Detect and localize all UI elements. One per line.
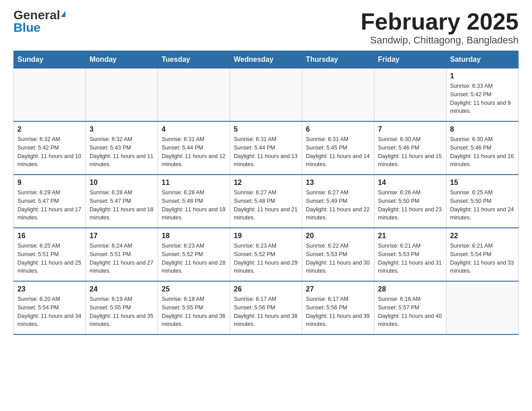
calendar-header-wednesday: Wednesday [230,51,302,68]
day-number: 4 [162,125,226,133]
day-number: 5 [234,125,298,133]
calendar-cell: 8Sunrise: 6:30 AMSunset: 5:46 PMDaylight… [446,121,519,175]
calendar-cell: 20Sunrise: 6:22 AMSunset: 5:53 PMDayligh… [302,228,374,281]
day-info: Sunrise: 6:21 AMSunset: 5:53 PMDaylight:… [378,242,442,275]
calendar-cell: 12Sunrise: 6:27 AMSunset: 5:48 PMDayligh… [230,175,302,228]
calendar-cell [446,281,519,334]
day-number: 14 [378,179,442,187]
day-number: 23 [17,285,82,293]
day-info: Sunrise: 6:17 AMSunset: 5:56 PMDaylight:… [234,295,298,329]
calendar-cell: 17Sunrise: 6:24 AMSunset: 5:51 PMDayligh… [86,228,158,281]
day-info: Sunrise: 6:30 AMSunset: 5:46 PMDaylight:… [450,135,515,169]
day-number: 9 [17,179,82,187]
day-info: Sunrise: 6:19 AMSunset: 5:55 PMDaylight:… [90,295,154,329]
calendar-week-row: 2Sunrise: 6:32 AMSunset: 5:42 PMDaylight… [14,121,519,175]
calendar-cell: 16Sunrise: 6:25 AMSunset: 5:51 PMDayligh… [14,228,86,281]
day-info: Sunrise: 6:27 AMSunset: 5:48 PMDaylight:… [234,188,298,222]
day-info: Sunrise: 6:25 AMSunset: 5:51 PMDaylight:… [17,242,82,275]
day-number: 6 [306,125,370,133]
day-info: Sunrise: 6:32 AMSunset: 5:43 PMDaylight:… [90,135,154,169]
logo: General Blue [13,9,65,34]
calendar-cell: 14Sunrise: 6:26 AMSunset: 5:50 PMDayligh… [374,175,446,228]
day-info: Sunrise: 6:21 AMSunset: 5:54 PMDaylight:… [450,242,515,275]
calendar-cell [158,68,230,122]
day-info: Sunrise: 6:30 AMSunset: 5:46 PMDaylight:… [378,135,442,169]
day-info: Sunrise: 6:22 AMSunset: 5:53 PMDaylight:… [306,242,370,275]
day-number: 24 [90,285,154,293]
day-number: 19 [234,232,298,240]
calendar-table: SundayMondayTuesdayWednesdayThursdayFrid… [13,51,519,335]
page-header: General Blue February 2025 Sandwip, Chit… [13,9,519,46]
day-info: Sunrise: 6:31 AMSunset: 5:44 PMDaylight:… [234,135,298,169]
calendar-cell [14,68,86,122]
calendar-cell: 26Sunrise: 6:17 AMSunset: 5:56 PMDayligh… [230,281,302,334]
day-number: 15 [450,179,515,187]
calendar-cell: 7Sunrise: 6:30 AMSunset: 5:46 PMDaylight… [374,121,446,175]
day-info: Sunrise: 6:28 AMSunset: 5:48 PMDaylight:… [162,188,226,222]
day-number: 12 [234,179,298,187]
day-number: 25 [162,285,226,293]
calendar-week-row: 9Sunrise: 6:29 AMSunset: 5:47 PMDaylight… [14,175,519,228]
calendar-week-row: 16Sunrise: 6:25 AMSunset: 5:51 PMDayligh… [14,228,519,281]
day-number: 28 [378,285,442,293]
calendar-cell: 4Sunrise: 6:31 AMSunset: 5:44 PMDaylight… [158,121,230,175]
day-info: Sunrise: 6:25 AMSunset: 5:50 PMDaylight:… [450,188,515,222]
calendar-cell: 11Sunrise: 6:28 AMSunset: 5:48 PMDayligh… [158,175,230,228]
calendar-header-tuesday: Tuesday [158,51,230,68]
day-info: Sunrise: 6:33 AMSunset: 5:42 PMDaylight:… [450,82,515,116]
day-number: 22 [450,232,515,240]
calendar-cell: 22Sunrise: 6:21 AMSunset: 5:54 PMDayligh… [446,228,519,281]
calendar-cell: 19Sunrise: 6:23 AMSunset: 5:52 PMDayligh… [230,228,302,281]
day-number: 21 [378,232,442,240]
calendar-cell: 3Sunrise: 6:32 AMSunset: 5:43 PMDaylight… [86,121,158,175]
day-number: 3 [90,125,154,133]
day-info: Sunrise: 6:32 AMSunset: 5:42 PMDaylight:… [17,135,82,169]
calendar-header-sunday: Sunday [14,51,86,68]
title-block: February 2025 Sandwip, Chittagong, Bangl… [360,9,519,46]
day-info: Sunrise: 6:23 AMSunset: 5:52 PMDaylight:… [234,242,298,275]
day-number: 7 [378,125,442,133]
day-info: Sunrise: 6:24 AMSunset: 5:51 PMDaylight:… [90,242,154,275]
calendar-cell: 27Sunrise: 6:17 AMSunset: 5:56 PMDayligh… [302,281,374,334]
calendar-cell: 15Sunrise: 6:25 AMSunset: 5:50 PMDayligh… [446,175,519,228]
day-number: 10 [90,179,154,187]
day-number: 1 [450,72,515,80]
day-info: Sunrise: 6:17 AMSunset: 5:56 PMDaylight:… [306,295,370,329]
day-number: 16 [17,232,82,240]
day-number: 20 [306,232,370,240]
day-number: 11 [162,179,226,187]
logo-blue-text: Blue [13,21,41,34]
calendar-cell [302,68,374,122]
calendar-cell: 9Sunrise: 6:29 AMSunset: 5:47 PMDaylight… [14,175,86,228]
calendar-cell [230,68,302,122]
day-info: Sunrise: 6:31 AMSunset: 5:45 PMDaylight:… [306,135,370,169]
calendar-cell: 1Sunrise: 6:33 AMSunset: 5:42 PMDaylight… [446,68,519,122]
calendar-cell: 13Sunrise: 6:27 AMSunset: 5:49 PMDayligh… [302,175,374,228]
calendar-cell: 5Sunrise: 6:31 AMSunset: 5:44 PMDaylight… [230,121,302,175]
calendar-cell: 21Sunrise: 6:21 AMSunset: 5:53 PMDayligh… [374,228,446,281]
calendar-week-row: 23Sunrise: 6:20 AMSunset: 5:54 PMDayligh… [14,281,519,334]
logo-general-text: General [13,9,60,21]
calendar-cell [374,68,446,122]
day-info: Sunrise: 6:20 AMSunset: 5:54 PMDaylight:… [17,295,82,329]
calendar-cell: 2Sunrise: 6:32 AMSunset: 5:42 PMDaylight… [14,121,86,175]
calendar-cell: 18Sunrise: 6:23 AMSunset: 5:52 PMDayligh… [158,228,230,281]
day-number: 26 [234,285,298,293]
day-info: Sunrise: 6:27 AMSunset: 5:49 PMDaylight:… [306,188,370,222]
calendar-header-monday: Monday [86,51,158,68]
day-number: 8 [450,125,515,133]
day-info: Sunrise: 6:26 AMSunset: 5:50 PMDaylight:… [378,188,442,222]
day-number: 2 [17,125,82,133]
calendar-header-saturday: Saturday [446,51,519,68]
day-info: Sunrise: 6:29 AMSunset: 5:47 PMDaylight:… [17,188,82,222]
day-info: Sunrise: 6:18 AMSunset: 5:55 PMDaylight:… [162,295,226,329]
calendar-cell: 25Sunrise: 6:18 AMSunset: 5:55 PMDayligh… [158,281,230,334]
calendar-cell: 23Sunrise: 6:20 AMSunset: 5:54 PMDayligh… [14,281,86,334]
calendar-subtitle: Sandwip, Chittagong, Bangladesh [360,34,519,46]
calendar-title: February 2025 [360,9,519,34]
day-number: 18 [162,232,226,240]
day-info: Sunrise: 6:28 AMSunset: 5:47 PMDaylight:… [90,188,154,222]
day-info: Sunrise: 6:31 AMSunset: 5:44 PMDaylight:… [162,135,226,169]
day-number: 17 [90,232,154,240]
calendar-header-thursday: Thursday [302,51,374,68]
